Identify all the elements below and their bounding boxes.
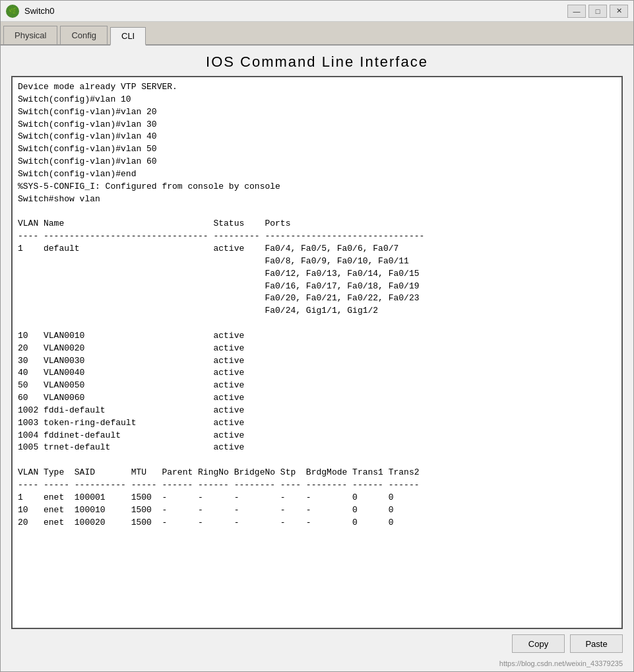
status-text: https://blog.csdn.net/weixin_43379235 [499,659,623,667]
minimize-button[interactable]: — [567,5,586,18]
title-bar: 🌿 Switch0 — □ ✕ [1,1,633,22]
window-title: Switch0 [24,6,567,16]
close-button[interactable]: ✕ [610,5,628,18]
tab-bar: Physical Config CLI [1,22,633,46]
copy-button[interactable]: Copy [512,634,565,653]
paste-button[interactable]: Paste [570,634,623,653]
tab-physical[interactable]: Physical [3,26,57,44]
cli-area: Device mode already VTP SERVER. Switch(c… [1,76,633,629]
window-controls: — □ ✕ [567,5,628,18]
tab-config[interactable]: Config [60,26,108,44]
tab-cli[interactable]: CLI [110,27,146,46]
app-icon: 🌿 [6,5,19,18]
status-bar: https://blog.csdn.net/weixin_43379235 [1,658,633,671]
page-title: IOS Command Line Interface [1,53,633,71]
maximize-button[interactable]: □ [588,5,607,18]
main-window: 🌿 Switch0 — □ ✕ Physical Config CLI IOS … [0,0,634,672]
bottom-bar: Copy Paste [1,629,633,658]
page-title-area: IOS Command Line Interface [1,46,633,76]
terminal-output[interactable]: Device mode already VTP SERVER. Switch(c… [11,76,623,629]
